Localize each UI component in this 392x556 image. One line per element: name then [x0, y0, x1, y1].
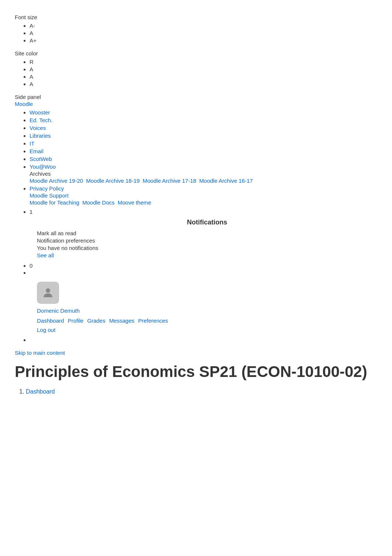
dashboard-link[interactable]: Dashboard: [37, 318, 64, 324]
mark-all-read[interactable]: Mark all as read: [37, 230, 377, 236]
color-option-a3[interactable]: A: [30, 81, 377, 87]
trailing-bullet-item: [30, 337, 377, 343]
side-panel-label: Side panel: [15, 94, 377, 100]
archive-links: Moodle Archive 19-20 Moodle Archive 18-1…: [30, 178, 377, 184]
font-size-medium[interactable]: A: [30, 30, 377, 36]
nav-edtech[interactable]: Ed. Tech.: [30, 117, 377, 123]
support-section: Moodle Support Moodle for Teaching Moodl…: [30, 192, 377, 206]
avatar: [37, 282, 59, 304]
trailing-bullet: [15, 337, 377, 343]
color-option-a2[interactable]: A: [30, 73, 377, 80]
moodle-support-link[interactable]: Moodle Support: [30, 192, 69, 199]
support-links: Moodle Support: [30, 192, 377, 199]
archive-16-17[interactable]: Moodle Archive 16-17: [199, 178, 253, 184]
font-size-options: A- A A+: [15, 23, 377, 44]
see-all-link[interactable]: See all: [37, 252, 54, 258]
notification-bullet: 1: [15, 209, 377, 215]
notifications-title: Notifications: [37, 219, 377, 226]
svg-point-0: [46, 288, 50, 293]
moodle-link[interactable]: Moodle: [15, 101, 377, 107]
nav-links-list: Wooster Ed. Tech. Voices Libraries IT Em…: [15, 109, 377, 206]
font-size-large[interactable]: A+: [30, 37, 377, 44]
notifications-box: Notifications Mark all as read Notificat…: [37, 219, 377, 259]
nav-privacy-policy[interactable]: Privacy Policy Moodle Support Moodle for…: [30, 185, 377, 206]
notification-preferences[interactable]: Notification preferences: [37, 237, 377, 244]
logout-link[interactable]: Log out: [37, 327, 377, 333]
user-empty-item: [30, 270, 377, 276]
messages-link[interactable]: Messages: [109, 318, 134, 324]
breadcrumb: Dashboard: [15, 388, 377, 395]
user-name[interactable]: Domenic Demuth: [37, 308, 377, 314]
color-option-r[interactable]: R: [30, 59, 377, 65]
font-size-small[interactable]: A-: [30, 23, 377, 29]
no-notifications-msg: You have no notifications: [37, 245, 377, 251]
archive-18-19[interactable]: Moodle Archive 18-19: [86, 178, 140, 184]
user-badges: 0: [15, 262, 377, 276]
nav-scotweb[interactable]: ScotWeb: [30, 156, 377, 162]
profile-link[interactable]: Profile: [68, 318, 84, 324]
breadcrumb-item-dashboard[interactable]: Dashboard: [26, 388, 377, 395]
nav-libraries[interactable]: Libraries: [30, 133, 377, 139]
moodle-docs[interactable]: Moodle Docs: [82, 199, 115, 206]
side-panel-section: Side panel Moodle Wooster Ed. Tech. Voic…: [15, 94, 377, 343]
nav-youatwoo[interactable]: You@Woo Archives Moodle Archive 19-20 Mo…: [30, 164, 377, 184]
archives-section: Archives Moodle Archive 19-20 Moodle Arc…: [30, 171, 377, 184]
nav-it[interactable]: IT: [30, 140, 377, 147]
font-size-label: Font size: [15, 14, 377, 20]
site-color-section: Site color R A A A: [15, 50, 377, 87]
notification-badge-item[interactable]: 1: [30, 209, 377, 215]
moove-theme[interactable]: Moove theme: [118, 199, 151, 206]
support-doc-links: Moodle for Teaching Moodle Docs Moove th…: [30, 199, 377, 206]
archive-17-18[interactable]: Moodle Archive 17-18: [143, 178, 196, 184]
site-color-label: Site color: [15, 50, 377, 56]
site-color-options: R A A A: [15, 59, 377, 87]
user-badge-zero[interactable]: 0: [30, 262, 377, 269]
archive-19-20[interactable]: Moodle Archive 19-20: [30, 178, 83, 184]
user-actions: Dashboard Profile Grades Messages Prefer…: [37, 318, 377, 324]
breadcrumb-dashboard-link[interactable]: Dashboard: [26, 388, 55, 395]
grades-link[interactable]: Grades: [87, 318, 105, 324]
moodle-for-teaching[interactable]: Moodle for Teaching: [30, 199, 79, 206]
page-title: Principles of Economics SP21 (ECON-10100…: [15, 363, 377, 381]
color-option-a1[interactable]: A: [30, 66, 377, 72]
archives-label: Archives: [30, 171, 377, 177]
nav-wooster[interactable]: Wooster: [30, 109, 377, 116]
nav-voices[interactable]: Voices: [30, 125, 377, 131]
user-avatar-icon: [41, 286, 55, 299]
font-size-section: Font size A- A A+: [15, 14, 377, 44]
nav-email[interactable]: Email: [30, 148, 377, 154]
skip-to-main[interactable]: Skip to main content: [15, 350, 377, 356]
user-section: Domenic Demuth Dashboard Profile Grades …: [37, 282, 377, 333]
preferences-link[interactable]: Preferences: [138, 318, 168, 324]
notification-badge: 1: [30, 209, 32, 215]
